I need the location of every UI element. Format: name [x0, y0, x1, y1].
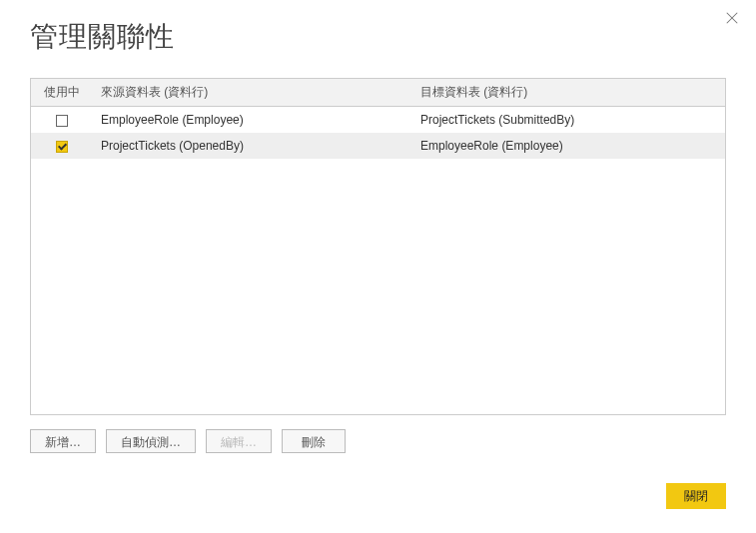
cell-target: EmployeeRole (Employee): [412, 133, 725, 159]
edit-button[interactable]: 編輯…: [206, 429, 272, 453]
header-source: 來源資料表 (資料行): [93, 79, 412, 107]
table-row[interactable]: ProjectTickets (OpenedBy)EmployeeRole (E…: [31, 133, 725, 159]
action-button-row: 新增… 自動偵測… 編輯… 刪除: [30, 429, 726, 453]
manage-relationships-dialog: 管理關聯性 使用中 來源資料表 (資料行) 目標資料表 (資料行) Employ…: [0, 0, 756, 533]
new-button[interactable]: 新增…: [30, 429, 96, 453]
cell-source: EmployeeRole (Employee): [93, 107, 412, 134]
table-header-row: 使用中 來源資料表 (資料行) 目標資料表 (資料行): [31, 79, 725, 107]
cell-active: [31, 133, 93, 159]
dialog-title: 管理關聯性: [30, 18, 726, 56]
close-button[interactable]: 關閉: [666, 483, 726, 509]
header-active: 使用中: [31, 79, 93, 107]
relationships-table: 使用中 來源資料表 (資料行) 目標資料表 (資料行) EmployeeRole…: [31, 79, 725, 159]
delete-button[interactable]: 刪除: [282, 429, 346, 453]
cell-target: ProjectTickets (SubmittedBy): [412, 107, 725, 134]
close-icon[interactable]: [722, 10, 742, 30]
cell-source: ProjectTickets (OpenedBy): [93, 133, 412, 159]
active-checkbox[interactable]: [56, 115, 68, 127]
table-row[interactable]: EmployeeRole (Employee)ProjectTickets (S…: [31, 107, 725, 134]
active-checkbox[interactable]: [56, 141, 68, 153]
autodetect-button[interactable]: 自動偵測…: [106, 429, 196, 453]
footer-row: 關閉: [666, 483, 726, 509]
cell-active: [31, 107, 93, 134]
relationships-table-wrap: 使用中 來源資料表 (資料行) 目標資料表 (資料行) EmployeeRole…: [30, 78, 726, 415]
header-target: 目標資料表 (資料行): [412, 79, 725, 107]
